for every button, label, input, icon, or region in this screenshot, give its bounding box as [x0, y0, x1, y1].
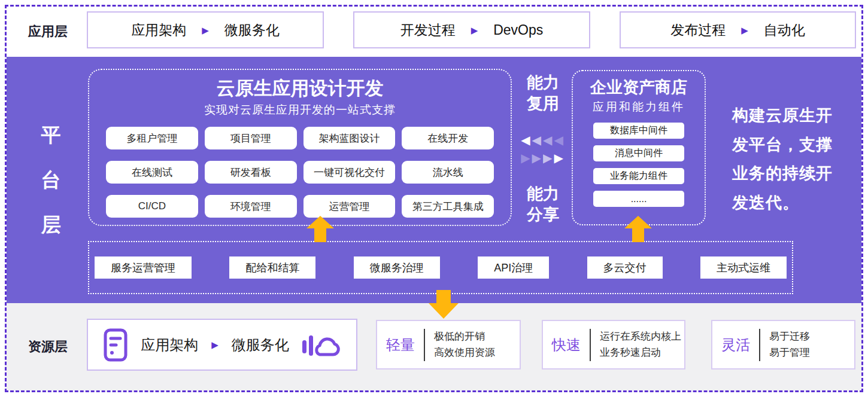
app-box-from-label: 发布过程 [670, 21, 726, 39]
dev-box-title: 云原生应用设计开发 [89, 76, 511, 101]
feature-description: 极低的开销 高效使用资源 [434, 329, 495, 361]
service-item: 主动式运维 [700, 256, 787, 279]
feature-line: 高效使用资源 [434, 347, 495, 358]
capability-item: 在线开发 [402, 127, 494, 149]
cloud-icon [302, 331, 341, 359]
platform-layer-label: 平 台 层 [33, 57, 69, 303]
store-item-list: 数据库中间件 消息中间件 业务能力组件 ...... [573, 123, 705, 207]
service-item: 配给和结算 [229, 256, 315, 279]
dev-capability-grid: 多租户管理 项目管理 架构蓝图设计 在线开发 在线测试 研发看板 一键可视化交付… [106, 127, 494, 218]
arrow-right-icon: ▶ [741, 26, 748, 35]
app-box-to-label: DevOps [493, 22, 543, 38]
platform-label-char: 平 [41, 122, 61, 149]
feature-box-fast: 快速 运行在系统内核上 业务秒速启动 [542, 320, 685, 369]
share-line1: 能力 [527, 185, 559, 203]
resource-architecture-box: 应用架构 ▶ 微服务化 [87, 319, 357, 371]
platform-label-char: 台 [41, 167, 61, 194]
divider [424, 329, 425, 361]
app-box-to-label: 微服务化 [224, 21, 280, 39]
capability-item: 项目管理 [205, 127, 297, 149]
app-layer-box-architecture: 应用架构 ▶ 微服务化 [87, 11, 324, 48]
capability-item: 第三方工具集成 [402, 195, 494, 218]
arch-to-label: 微服务化 [232, 335, 289, 355]
service-item: 多云交付 [587, 256, 663, 279]
outer-dashed-frame: 应用层 应用架构 ▶ 微服务化 开发过程 ▶ DevOps 发布过程 ▶ 自动化… [5, 5, 863, 392]
capability-item: 一键可视化交付 [304, 161, 396, 184]
store-item: ...... [593, 191, 684, 207]
platform-side-note: 构建云原生开发平台，支撑业务的持续开发迭代。 [732, 101, 845, 217]
reuse-line2: 复用 [527, 94, 559, 112]
service-item: 服务运营管理 [95, 256, 192, 279]
app-layer-box-release: 发布过程 ▶ 自动化 [620, 11, 856, 48]
capability-item: CI/CD [106, 195, 198, 218]
capability-item: 研发看板 [205, 161, 297, 184]
feature-line: 极低的开销 [434, 331, 485, 342]
capability-item: 流水线 [402, 161, 494, 184]
capability-item: 多租户管理 [106, 127, 198, 149]
app-box-to-label: 自动化 [764, 21, 805, 39]
arch-from-label: 应用架构 [141, 335, 198, 355]
architecture-diagram: 应用层 应用架构 ▶ 微服务化 开发过程 ▶ DevOps 发布过程 ▶ 自动化… [0, 0, 868, 397]
store-item: 消息中间件 [593, 145, 684, 161]
platform-layer-band: 平 台 层 云原生应用设计开发 实现对云原生应用开发的一站式支撑 多租户管理 项… [7, 57, 861, 303]
divider [759, 329, 760, 361]
application-layer-label: 应用层 [22, 7, 74, 57]
platform-label-char: 层 [41, 212, 61, 239]
application-layer-band: 应用层 应用架构 ▶ 微服务化 开发过程 ▶ DevOps 发布过程 ▶ 自动化 [7, 7, 861, 57]
capability-item: 环境管理 [205, 195, 297, 218]
service-item: API治理 [478, 256, 549, 279]
arrow-right-icon: ▶ [202, 26, 209, 35]
feature-keyword: 快速 [543, 335, 590, 355]
capability-share-label: 能力 分享 [527, 184, 559, 225]
app-layer-box-devprocess: 开发过程 ▶ DevOps [353, 11, 590, 48]
capability-connector: 能力 复用 ◀◀◀◀ ▶▶▶▶ 能力 分享 [513, 72, 573, 225]
arrow-right-icon: ▶ [471, 26, 478, 35]
feature-description: 易于迁移 易于管理 [769, 329, 810, 361]
server-icon [104, 328, 128, 362]
divider [590, 329, 591, 361]
platform-service-row: 服务运营管理 配给和结算 微服务治理 API治理 多云交付 主动式运维 [88, 241, 793, 294]
dev-box-subtitle: 实现对云原生应用开发的一站式支撑 [89, 102, 511, 118]
arrows-right-icon: ▶▶▶▶ [521, 152, 565, 164]
service-item: 微服务治理 [354, 256, 440, 279]
feature-keyword: 轻量 [377, 335, 424, 355]
store-item: 业务能力组件 [593, 168, 684, 184]
feature-box-lightweight: 轻量 极低的开销 高效使用资源 [376, 320, 521, 369]
app-box-from-label: 应用架构 [131, 21, 186, 39]
flow-arrows: ◀◀◀◀ ▶▶▶▶ [521, 134, 565, 164]
capability-item: 在线测试 [106, 161, 198, 184]
down-arrow-icon [429, 290, 459, 319]
feature-line: 易于迁移 [769, 331, 810, 342]
feature-line: 业务秒速启动 [600, 347, 661, 358]
asset-store-box: 企业资产商店 应用和能力组件 数据库中间件 消息中间件 业务能力组件 .....… [572, 70, 706, 225]
feature-line: 运行在系统内核上 [600, 331, 681, 342]
reuse-line1: 能力 [527, 74, 559, 91]
capability-item: 架构蓝图设计 [304, 127, 396, 149]
resource-layer-label: 资源层 [22, 303, 74, 390]
store-item: 数据库中间件 [593, 123, 684, 139]
capability-reuse-label: 能力 复用 [527, 72, 559, 114]
store-subtitle: 应用和能力组件 [573, 99, 705, 115]
feature-description: 运行在系统内核上 业务秒速启动 [600, 329, 681, 361]
feature-box-flexible: 灵活 易于迁移 易于管理 [711, 320, 855, 369]
arrow-right-icon: ▶ [211, 340, 218, 349]
arrows-left-icon: ◀◀◀◀ [521, 134, 565, 146]
up-arrow-icon [306, 216, 334, 242]
cloudnative-dev-box: 云原生应用设计开发 实现对云原生应用开发的一站式支撑 多租户管理 项目管理 架构… [88, 69, 512, 226]
feature-line: 易于管理 [769, 347, 810, 358]
app-box-from-label: 开发过程 [400, 21, 456, 39]
feature-keyword: 灵活 [712, 335, 759, 355]
store-title: 企业资产商店 [573, 77, 705, 98]
share-line2: 分享 [527, 206, 559, 224]
up-arrow-icon [624, 216, 652, 242]
capability-item: 运营管理 [304, 195, 396, 218]
